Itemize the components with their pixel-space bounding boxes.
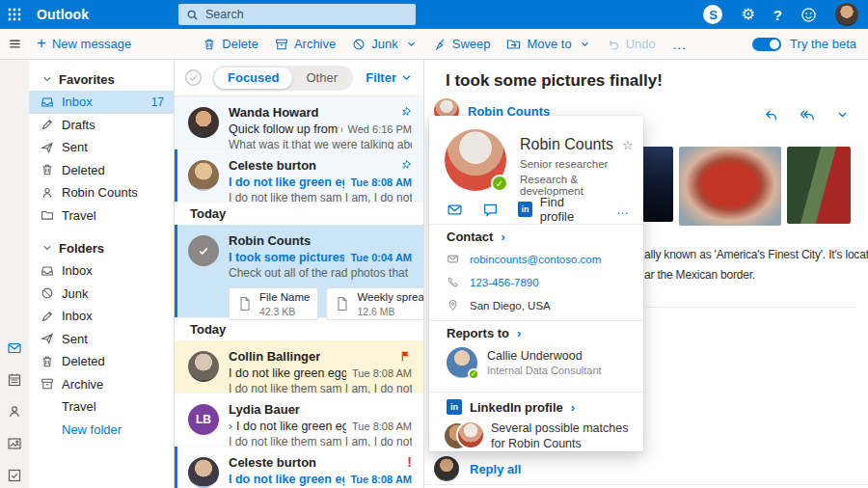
trash-icon	[203, 38, 216, 51]
linkedin-section-header[interactable]: in LinkedIn profile ›	[447, 399, 575, 415]
feedback-smiley-icon[interactable]	[800, 7, 817, 23]
pin-icon[interactable]	[399, 159, 412, 172]
favorite-star-icon[interactable]: ☆	[622, 138, 634, 152]
reply-all-row[interactable]: Reply all	[434, 456, 521, 481]
focused-other-pill: Focused Other	[212, 66, 353, 91]
move-folder-icon	[506, 37, 521, 51]
contact-phone-row: 123-456-7890	[447, 276, 539, 288]
calendar-module-icon[interactable]	[7, 372, 22, 388]
sidebar-item-sent[interactable]: Sent	[29, 136, 174, 159]
contact-section-header[interactable]: Contact ›	[447, 230, 505, 244]
document-icon	[237, 296, 253, 312]
message-row-celeste-1[interactable]: Celeste burton I do not like green eggs …	[175, 149, 423, 203]
flag-icon[interactable]	[399, 350, 412, 363]
chevron-down-icon[interactable]	[836, 108, 849, 122]
email-icon[interactable]	[447, 202, 463, 218]
new-message-button[interactable]: + New message	[37, 37, 131, 51]
photo-woman-red-dress[interactable]	[787, 147, 851, 224]
contact-email-row: robincounts@contoso.com	[447, 253, 601, 265]
mail-module-icon[interactable]	[7, 340, 22, 356]
skype-icon[interactable]: S	[703, 5, 722, 24]
find-profile-button[interactable]: in Find profile	[518, 195, 597, 224]
attachments-row: File Name 42.3 KB Weekly spread 12.6 MB	[229, 287, 412, 320]
try-beta-toggle[interactable]	[752, 38, 781, 51]
tab-other[interactable]: Other	[292, 68, 351, 89]
message-row-celeste-2[interactable]: Celeste burton ! I do not like green egg…	[175, 447, 423, 488]
folder-item-inbox-2[interactable]: Inbox	[29, 305, 174, 328]
reply-icon[interactable]	[764, 108, 778, 122]
manager-row[interactable]: ✓ Callie Underwood Internal Data Consult…	[447, 347, 602, 378]
folder-item-deleted[interactable]: Deleted	[29, 350, 174, 373]
photo-strawberries[interactable]	[679, 147, 781, 226]
help-icon[interactable]: ?	[773, 7, 782, 23]
sweep-button[interactable]: Sweep	[433, 37, 491, 51]
message-row-collin[interactable]: Collin Ballinger I do not like green egg…	[175, 340, 423, 393]
app-launcher-icon[interactable]	[0, 0, 29, 29]
contact-quick-actions: in Find profile …	[447, 195, 630, 224]
sidebar-item-drafts[interactable]: Drafts	[29, 114, 174, 137]
contact-photo[interactable]: ✓	[445, 129, 506, 191]
contact-phone-link[interactable]: 123-456-7890	[470, 277, 539, 288]
collapse-sidebar-icon[interactable]	[0, 37, 29, 51]
filter-button[interactable]: Filter	[366, 70, 412, 85]
contact-department: Research & development	[520, 174, 643, 197]
sweep-broom-icon	[433, 38, 447, 51]
attachment-chip[interactable]: File Name 42.3 KB	[229, 287, 318, 320]
folder-item-archive[interactable]: Archive	[29, 373, 174, 396]
delete-button[interactable]: Delete	[203, 37, 258, 51]
chat-icon[interactable]	[482, 202, 499, 218]
tab-focused[interactable]: Focused	[214, 68, 292, 89]
move-to-button[interactable]: Move to	[506, 37, 571, 51]
folders-section-header[interactable]: Folders	[29, 236, 174, 259]
select-all-icon[interactable]	[184, 68, 203, 87]
sender-avatar	[188, 107, 219, 138]
more-options-icon[interactable]: …	[616, 203, 630, 217]
presence-available-icon: ✓	[468, 368, 479, 380]
archive-button[interactable]: Archive	[275, 37, 336, 51]
selected-check-avatar[interactable]	[188, 235, 219, 266]
sidebar-item-deleted[interactable]: Deleted	[29, 159, 174, 182]
junk-dropdown-chevron-icon[interactable]	[406, 39, 417, 49]
linkedin-matches-row[interactable]: Several possible matches for Robin Count…	[445, 420, 636, 451]
sidebar-item-robin-counts[interactable]: Robin Counts	[29, 181, 174, 204]
pin-icon[interactable]	[399, 106, 412, 119]
folder-icon	[41, 208, 54, 222]
sidebar-item-inbox[interactable]: Inbox 17	[29, 91, 174, 114]
search-input[interactable]: Search	[178, 4, 416, 25]
settings-gear-icon[interactable]: ⚙	[741, 7, 754, 22]
sidebar-item-travel[interactable]: Travel	[29, 204, 174, 228]
contact-location-text: San Diego, USA	[470, 300, 551, 312]
reports-to-section-header[interactable]: Reports to ›	[447, 326, 521, 340]
match-avatar	[456, 420, 485, 449]
favorites-section-header[interactable]: Favorites	[29, 68, 174, 91]
attachment-chip[interactable]: Weekly spread 12.6 MB	[326, 287, 424, 320]
unread-indicator	[175, 447, 177, 488]
block-icon	[352, 38, 366, 51]
message-row-robin-selected[interactable]: Robin Counts I took some pictures finall…	[175, 225, 423, 318]
more-commands-icon[interactable]: …	[672, 36, 688, 52]
people-module-icon[interactable]	[7, 404, 22, 420]
folder-item-junk[interactable]: Junk	[29, 283, 174, 306]
contact-email-link[interactable]: robincounts@contoso.com	[470, 254, 601, 265]
folder-item-inbox[interactable]: Inbox	[29, 259, 174, 283]
undo-button[interactable]: Undo	[607, 37, 656, 51]
reply-all-icon[interactable]	[800, 108, 815, 122]
message-row-wanda[interactable]: Wanda Howard Quick follow up from chat W…	[175, 96, 423, 149]
junk-button[interactable]: Junk	[352, 37, 397, 51]
new-folder-link[interactable]: New folder	[29, 419, 174, 442]
move-to-dropdown-chevron-icon[interactable]	[580, 39, 590, 49]
unread-indicator	[175, 149, 177, 202]
toggle-knob	[770, 40, 779, 49]
sender-avatar	[188, 160, 219, 191]
user-avatar[interactable]	[835, 3, 858, 26]
folder-item-travel-nested[interactable]: Travel	[29, 395, 174, 419]
tasks-module-icon[interactable]	[7, 468, 22, 483]
photos-module-icon[interactable]	[7, 436, 22, 451]
thread-expander-icon[interactable]: ›	[229, 420, 232, 433]
message-row-lydia[interactable]: LB Lydia Bauer › I do not like green egg…	[175, 393, 423, 447]
folder-item-sent[interactable]: Sent	[29, 328, 174, 351]
email-icon	[447, 253, 460, 265]
contact-location-row: San Diego, USA	[447, 299, 551, 312]
try-beta-label: Try the beta	[790, 37, 856, 51]
linkedin-icon: in	[447, 399, 462, 415]
